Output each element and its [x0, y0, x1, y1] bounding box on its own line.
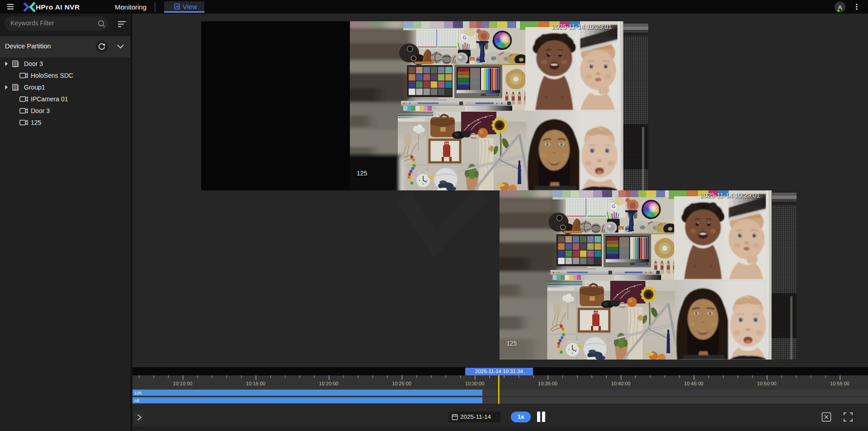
svg-text:10:10:00: 10:10:00	[173, 381, 193, 386]
svg-text:All: All	[134, 398, 139, 403]
svg-text:Door 3: Door 3	[31, 107, 50, 114]
svg-text:HPro AI NVR: HPro AI NVR	[36, 3, 80, 11]
svg-text:10:45:00: 10:45:00	[684, 381, 703, 386]
svg-text:10:30:00: 10:30:00	[465, 381, 485, 386]
svg-text:10:35:00: 10:35:00	[538, 381, 557, 386]
svg-text:Group1: Group1	[24, 84, 45, 91]
svg-text:10:40:00: 10:40:00	[611, 381, 631, 386]
svg-text:10:15:00: 10:15:00	[246, 381, 265, 386]
svg-text:10:50:00: 10:50:00	[757, 381, 777, 386]
svg-text:Door 3: Door 3	[24, 60, 43, 67]
svg-text:125: 125	[134, 390, 142, 395]
svg-text:10:25:00: 10:25:00	[392, 381, 411, 386]
svg-text:HoloSens SDC: HoloSens SDC	[31, 72, 73, 79]
svg-text:Monitoring: Monitoring	[115, 3, 146, 11]
svg-text:10:20:00: 10:20:00	[319, 381, 339, 386]
svg-text:10:55:00: 10:55:00	[830, 381, 849, 386]
svg-text:IPCamera 01: IPCamera 01	[31, 95, 68, 103]
svg-text:125: 125	[31, 119, 42, 126]
